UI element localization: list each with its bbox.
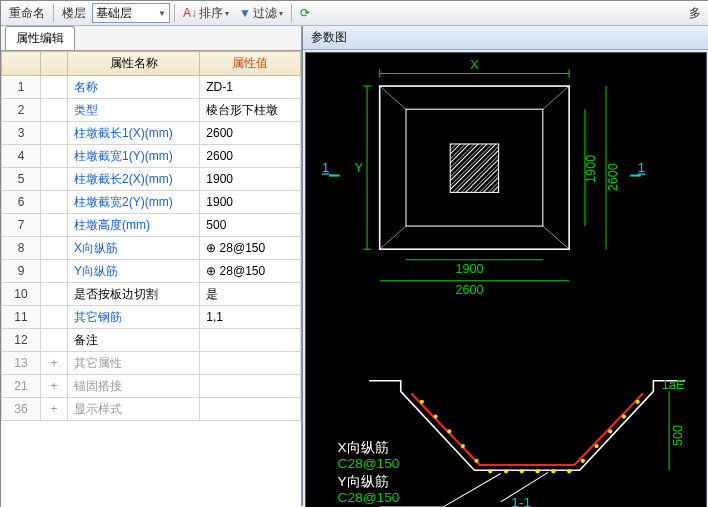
property-value[interactable]: 是 bbox=[200, 283, 301, 306]
svg-point-36 bbox=[581, 459, 585, 463]
property-name: 其它钢筋 bbox=[68, 306, 200, 329]
expand-icon bbox=[41, 99, 68, 122]
col-name[interactable]: 属性名称 bbox=[68, 52, 200, 76]
svg-line-3 bbox=[543, 86, 569, 109]
table-row[interactable]: 2类型棱台形下柱墩 bbox=[2, 99, 301, 122]
row-number: 4 bbox=[2, 145, 41, 168]
property-name: X向纵筋 bbox=[68, 237, 200, 260]
table-row[interactable]: 3柱墩截长1(X)(mm)2600 bbox=[2, 122, 301, 145]
svg-point-40 bbox=[635, 400, 639, 404]
sort-icon: A↓ bbox=[183, 6, 197, 20]
svg-line-2 bbox=[380, 86, 406, 109]
more-button[interactable]: 多 bbox=[685, 3, 705, 24]
row-number: 11 bbox=[2, 306, 41, 329]
svg-text:2600: 2600 bbox=[606, 163, 620, 191]
floor-dropdown[interactable]: 基础层 ▼ bbox=[92, 3, 170, 23]
row-number: 3 bbox=[2, 122, 41, 145]
expand-icon bbox=[41, 214, 68, 237]
property-value[interactable]: 2600 bbox=[200, 145, 301, 168]
svg-text:1900: 1900 bbox=[455, 262, 483, 276]
expand-icon[interactable]: + bbox=[41, 352, 68, 375]
expand-icon[interactable]: + bbox=[41, 375, 68, 398]
section-label: 1-1 bbox=[511, 495, 531, 507]
svg-point-31 bbox=[504, 469, 508, 473]
property-value[interactable]: 1900 bbox=[200, 168, 301, 191]
table-row[interactable]: 12备注 bbox=[2, 329, 301, 352]
svg-point-27 bbox=[447, 429, 451, 433]
table-row[interactable]: 36+显示样式 bbox=[2, 398, 301, 421]
row-number: 7 bbox=[2, 214, 41, 237]
dim-y-label: Y bbox=[354, 161, 363, 175]
refresh-button[interactable]: ⟳ bbox=[296, 4, 314, 22]
property-value[interactable]: 1900 bbox=[200, 191, 301, 214]
drawing-viewport[interactable]: X Y 1900 2600 1900 2600 bbox=[305, 52, 707, 507]
property-name: 柱墩截长2(X)(mm) bbox=[68, 168, 200, 191]
property-value[interactable]: ZD-1 bbox=[200, 76, 301, 99]
property-value[interactable] bbox=[200, 352, 301, 375]
row-number: 36 bbox=[2, 398, 41, 421]
table-row[interactable]: 13+其它属性 bbox=[2, 352, 301, 375]
property-name: 显示样式 bbox=[68, 398, 200, 421]
property-name: 名称 bbox=[68, 76, 200, 99]
property-value[interactable]: 2600 bbox=[200, 122, 301, 145]
expand-icon bbox=[41, 260, 68, 283]
property-value[interactable]: ⊕ 28@150 bbox=[200, 260, 301, 283]
property-value[interactable]: 棱台形下柱墩 bbox=[200, 99, 301, 122]
svg-text:500: 500 bbox=[671, 425, 685, 446]
table-row[interactable]: 8X向纵筋⊕ 28@150 bbox=[2, 237, 301, 260]
expand-icon bbox=[41, 283, 68, 306]
svg-rect-8 bbox=[450, 144, 498, 192]
tab-properties[interactable]: 属性编辑 bbox=[5, 26, 75, 50]
property-name: 柱墩高度(mm) bbox=[68, 214, 200, 237]
funnel-icon: ▼ bbox=[239, 6, 251, 20]
property-name: 是否按板边切割 bbox=[68, 283, 200, 306]
table-row[interactable]: 10是否按板边切割是 bbox=[2, 283, 301, 306]
floor-label: 楼层 bbox=[58, 3, 90, 24]
property-value[interactable] bbox=[200, 375, 301, 398]
property-grid: 属性名称 属性值 1名称ZD-12类型棱台形下柱墩3柱墩截长1(X)(mm)26… bbox=[1, 51, 301, 506]
svg-line-44 bbox=[443, 473, 501, 507]
floor-dropdown-value: 基础层 bbox=[96, 5, 132, 22]
row-number: 1 bbox=[2, 76, 41, 99]
svg-point-34 bbox=[551, 469, 555, 473]
expand-icon[interactable]: + bbox=[41, 398, 68, 421]
property-value[interactable] bbox=[200, 329, 301, 352]
property-name: 柱墩截宽1(Y)(mm) bbox=[68, 145, 200, 168]
svg-point-38 bbox=[608, 429, 612, 433]
table-row[interactable]: 9Y向纵筋⊕ 28@150 bbox=[2, 260, 301, 283]
svg-point-35 bbox=[567, 469, 571, 473]
table-row[interactable]: 6柱墩截宽2(Y)(mm)1900 bbox=[2, 191, 301, 214]
expand-icon bbox=[41, 191, 68, 214]
table-row[interactable]: 11其它钢筋1,1 bbox=[2, 306, 301, 329]
svg-text:C28@150: C28@150 bbox=[338, 456, 400, 471]
table-row[interactable]: 4柱墩截宽1(Y)(mm)2600 bbox=[2, 145, 301, 168]
section-mark-right: 1 bbox=[638, 160, 646, 175]
svg-point-39 bbox=[622, 414, 626, 418]
property-value[interactable]: ⊕ 28@150 bbox=[200, 237, 301, 260]
property-value[interactable]: 1,1 bbox=[200, 306, 301, 329]
table-row[interactable]: 5柱墩截长2(X)(mm)1900 bbox=[2, 168, 301, 191]
svg-point-28 bbox=[461, 444, 465, 448]
table-row[interactable]: 7柱墩高度(mm)500 bbox=[2, 214, 301, 237]
svg-text:X向纵筋: X向纵筋 bbox=[338, 440, 389, 455]
svg-point-33 bbox=[535, 469, 539, 473]
row-number: 5 bbox=[2, 168, 41, 191]
property-name: 锚固搭接 bbox=[68, 375, 200, 398]
table-row[interactable]: 21+锚固搭接 bbox=[2, 375, 301, 398]
row-number: 12 bbox=[2, 329, 41, 352]
svg-point-37 bbox=[594, 444, 598, 448]
left-panel: 属性编辑 属性名称 属性值 1名称ZD-12类型棱台形下柱墩3柱墩截长1(X)(… bbox=[1, 26, 302, 506]
row-number: 6 bbox=[2, 191, 41, 214]
property-value[interactable]: 500 bbox=[200, 214, 301, 237]
filter-button[interactable]: ▼ 过滤 ▾ bbox=[235, 3, 287, 24]
col-value[interactable]: 属性值 bbox=[200, 52, 301, 76]
row-number: 8 bbox=[2, 237, 41, 260]
property-value[interactable] bbox=[200, 398, 301, 421]
svg-text:Y向纵筋: Y向纵筋 bbox=[338, 474, 389, 489]
svg-line-4 bbox=[380, 226, 406, 249]
table-row[interactable]: 1名称ZD-1 bbox=[2, 76, 301, 99]
expand-icon bbox=[41, 237, 68, 260]
rename-button[interactable]: 重命名 bbox=[5, 3, 49, 24]
sort-button[interactable]: A↓ 排序 ▾ bbox=[179, 3, 233, 24]
dim-x-label: X bbox=[470, 58, 479, 72]
